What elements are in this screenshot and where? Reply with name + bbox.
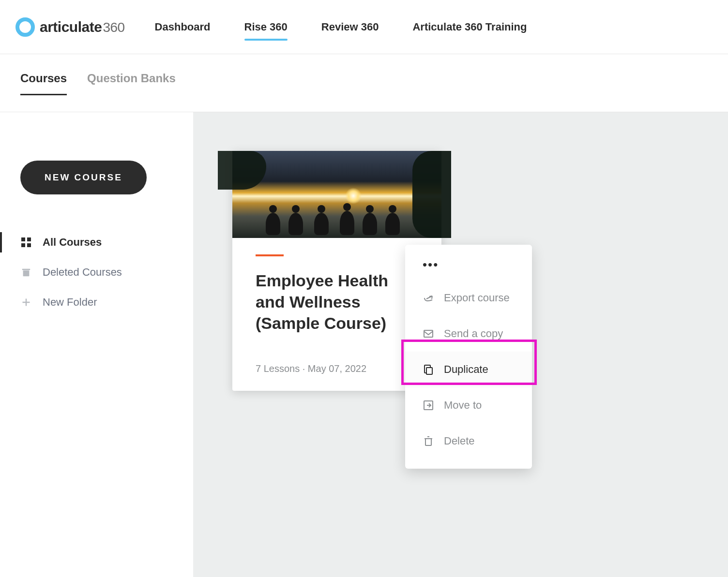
foliage-left bbox=[218, 151, 266, 190]
svg-rect-2 bbox=[21, 243, 25, 247]
sub-tabs: Courses Question Banks bbox=[0, 54, 728, 112]
tab-courses[interactable]: Courses bbox=[20, 72, 67, 95]
menu-item-label: Delete bbox=[444, 435, 475, 447]
new-course-button[interactable]: NEW COURSE bbox=[20, 161, 147, 194]
brand-logo[interactable]: articulate360 bbox=[15, 17, 125, 37]
sidebar-item-deleted-courses[interactable]: Deleted Courses bbox=[20, 257, 173, 287]
svg-rect-11 bbox=[425, 439, 431, 445]
sidebar-item-all-courses[interactable]: All Courses bbox=[20, 227, 173, 257]
people-silhouettes bbox=[266, 206, 408, 235]
trash-icon bbox=[20, 266, 32, 278]
menu-delete[interactable]: Delete bbox=[405, 423, 532, 459]
trash-icon bbox=[423, 435, 434, 447]
sidebar-item-label: New Folder bbox=[43, 296, 97, 309]
tab-question-banks[interactable]: Question Banks bbox=[87, 72, 176, 94]
svg-rect-4 bbox=[23, 270, 30, 276]
svg-rect-1 bbox=[27, 237, 31, 241]
nav-articulate-training[interactable]: Articulate 360 Training bbox=[412, 15, 527, 40]
mail-icon bbox=[423, 328, 434, 340]
sidebar-item-new-folder[interactable]: New Folder bbox=[20, 287, 173, 317]
menu-duplicate[interactable]: Duplicate bbox=[405, 352, 532, 387]
brand-suffix: 360 bbox=[103, 20, 124, 35]
nav-dashboard[interactable]: Dashboard bbox=[155, 15, 211, 40]
canvas: Employee Health and Wellness (Sample Cou… bbox=[194, 112, 728, 577]
sidebar-item-label: Deleted Courses bbox=[43, 266, 122, 279]
nav-rise-360[interactable]: Rise 360 bbox=[244, 15, 288, 40]
brand-word: articulate360 bbox=[40, 19, 125, 35]
menu-item-label: Export course bbox=[444, 292, 510, 304]
foliage-right bbox=[412, 151, 451, 238]
svg-rect-3 bbox=[27, 243, 31, 247]
sidebar: NEW COURSE All Courses Deleted Courses N… bbox=[0, 112, 194, 577]
menu-item-label: Send a copy bbox=[444, 327, 503, 340]
course-card[interactable]: Employee Health and Wellness (Sample Cou… bbox=[232, 151, 441, 391]
course-title: Employee Health and Wellness (Sample Cou… bbox=[256, 270, 418, 334]
workspace: NEW COURSE All Courses Deleted Courses N… bbox=[0, 112, 728, 577]
copy-icon bbox=[423, 364, 434, 375]
course-hero-image bbox=[232, 151, 441, 238]
sidebar-list: All Courses Deleted Courses New Folder bbox=[20, 227, 173, 317]
svg-rect-5 bbox=[22, 269, 30, 270]
menu-move-to[interactable]: Move to bbox=[405, 387, 532, 423]
share-icon bbox=[423, 292, 434, 304]
menu-item-label: Move to bbox=[444, 399, 482, 412]
svg-rect-0 bbox=[21, 237, 25, 241]
grid-icon bbox=[20, 237, 32, 248]
brand-ring-icon bbox=[15, 17, 35, 37]
move-icon bbox=[423, 399, 434, 411]
menu-send-copy[interactable]: Send a copy bbox=[405, 316, 532, 352]
course-context-menu: ••• Export course Send a copy bbox=[405, 245, 532, 469]
sidebar-item-label: All Courses bbox=[43, 236, 102, 249]
nav-review-360[interactable]: Review 360 bbox=[321, 15, 379, 40]
course-meta: 7 Lessons · May 07, 2022 bbox=[256, 363, 418, 374]
svg-rect-9 bbox=[426, 368, 432, 374]
topbar: articulate360 Dashboard Rise 360 Review … bbox=[0, 0, 728, 54]
plus-icon bbox=[20, 296, 32, 308]
main-nav: Dashboard Rise 360 Review 360 Articulate… bbox=[155, 15, 527, 40]
svg-rect-8 bbox=[424, 330, 433, 337]
more-icon[interactable]: ••• bbox=[405, 254, 532, 280]
menu-item-label: Duplicate bbox=[444, 363, 488, 376]
sun-icon bbox=[345, 188, 362, 204]
menu-export-course[interactable]: Export course bbox=[405, 280, 532, 316]
accent-bar bbox=[256, 254, 284, 256]
